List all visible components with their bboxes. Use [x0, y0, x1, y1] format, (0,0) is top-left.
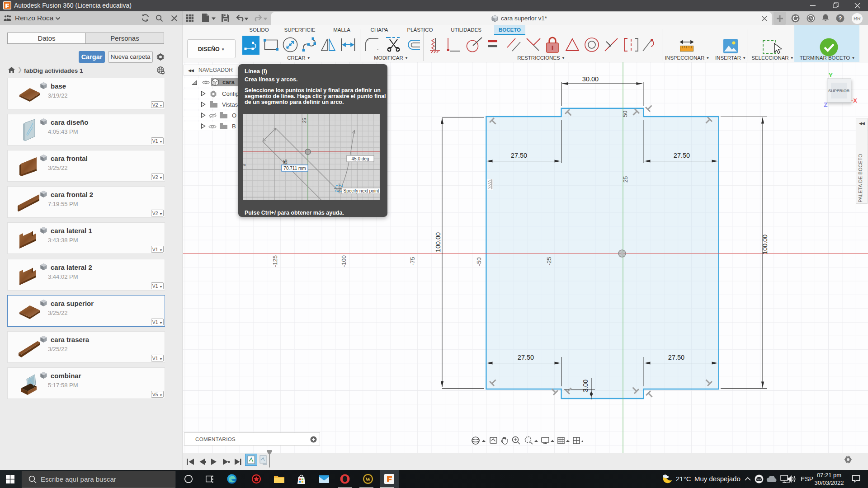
svg-text:100.00: 100.00 — [434, 232, 442, 252]
svg-text:-125: -125 — [272, 255, 278, 267]
svg-text:70.711 mm: 70.711 mm — [283, 166, 306, 171]
svg-text:-25: -25 — [546, 257, 552, 266]
svg-text:25: 25 — [302, 117, 307, 123]
svg-text:3.00: 3.00 — [582, 380, 589, 392]
svg-text:?: ? — [839, 15, 842, 22]
svg-text:-75: -75 — [409, 257, 416, 266]
svg-text:100.00: 100.00 — [761, 235, 769, 254]
svg-text:30.00: 30.00 — [582, 75, 599, 83]
svg-text:27.50: 27.50 — [668, 354, 684, 361]
svg-text:27.50: 27.50 — [518, 354, 534, 361]
svg-text:50: 50 — [622, 111, 628, 117]
svg-text:25: 25 — [283, 159, 288, 164]
svg-text:Specify next point: Specify next point — [344, 188, 379, 193]
svg-text:27.50: 27.50 — [511, 152, 527, 159]
svg-text:0: 0 — [243, 164, 246, 166]
svg-text:W: W — [365, 477, 371, 482]
svg-text:25: 25 — [622, 176, 629, 183]
svg-text:-50: -50 — [476, 258, 482, 266]
svg-text:45.0 deg: 45.0 deg — [352, 156, 369, 161]
svg-text:27.50: 27.50 — [674, 152, 690, 159]
svg-text:-100: -100 — [340, 255, 347, 267]
